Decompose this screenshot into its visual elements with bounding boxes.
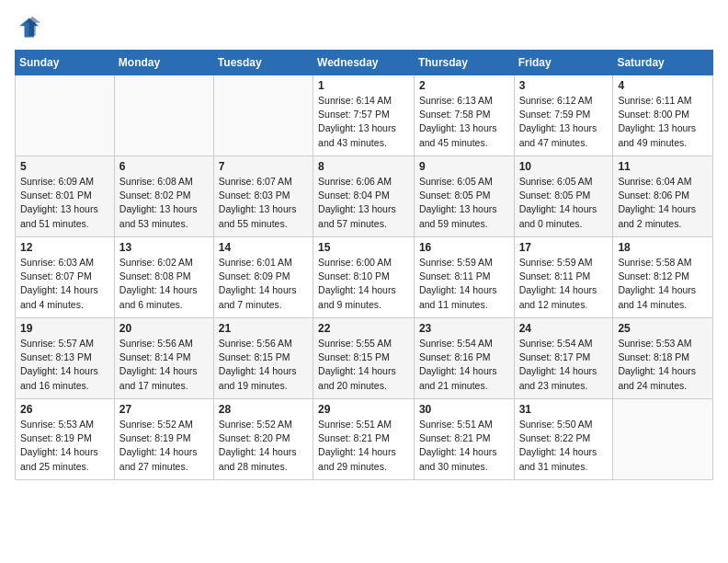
- day-number: 17: [519, 241, 609, 254]
- calendar-cell: 3Sunrise: 6:12 AMSunset: 7:59 PMDaylight…: [514, 75, 613, 156]
- day-info: Sunrise: 5:54 AMSunset: 8:16 PMDaylight:…: [419, 337, 509, 393]
- day-info: Sunrise: 5:58 AMSunset: 8:12 PMDaylight:…: [618, 256, 708, 312]
- calendar-cell: [114, 75, 213, 156]
- day-info: Sunrise: 5:55 AMSunset: 8:15 PMDaylight:…: [318, 337, 409, 393]
- day-info: Sunrise: 6:02 AMSunset: 8:08 PMDaylight:…: [119, 256, 209, 312]
- day-info: Sunrise: 5:51 AMSunset: 8:21 PMDaylight:…: [419, 418, 509, 474]
- calendar-cell: 2Sunrise: 6:13 AMSunset: 7:58 PMDaylight…: [414, 75, 514, 156]
- day-info: Sunrise: 6:12 AMSunset: 7:59 PMDaylight:…: [519, 94, 609, 150]
- calendar-cell: 23Sunrise: 5:54 AMSunset: 8:16 PMDayligh…: [414, 318, 514, 399]
- day-info: Sunrise: 6:11 AMSunset: 8:00 PMDaylight:…: [618, 94, 708, 150]
- calendar-cell: [213, 75, 313, 156]
- calendar-cell: 27Sunrise: 5:52 AMSunset: 8:19 PMDayligh…: [114, 399, 213, 480]
- day-info: Sunrise: 6:04 AMSunset: 8:06 PMDaylight:…: [618, 175, 708, 231]
- calendar-cell: 25Sunrise: 5:53 AMSunset: 8:18 PMDayligh…: [613, 318, 713, 399]
- calendar-cell: 19Sunrise: 5:57 AMSunset: 8:13 PMDayligh…: [16, 318, 115, 399]
- day-number: 21: [219, 322, 308, 335]
- calendar-cell: [16, 75, 115, 156]
- day-info: Sunrise: 5:52 AMSunset: 8:19 PMDaylight:…: [119, 418, 209, 474]
- calendar-cell: [613, 399, 713, 480]
- calendar-cell: 13Sunrise: 6:02 AMSunset: 8:08 PMDayligh…: [114, 237, 213, 318]
- weekday-header-row: SundayMondayTuesdayWednesdayThursdayFrid…: [16, 51, 713, 75]
- day-info: Sunrise: 6:14 AMSunset: 7:57 PMDaylight:…: [318, 94, 409, 150]
- calendar-table: SundayMondayTuesdayWednesdayThursdayFrid…: [15, 50, 713, 480]
- day-number: 9: [419, 160, 509, 173]
- day-info: Sunrise: 5:59 AMSunset: 8:11 PMDaylight:…: [419, 256, 509, 312]
- day-number: 11: [618, 160, 708, 173]
- calendar-cell: 4Sunrise: 6:11 AMSunset: 8:00 PMDaylight…: [613, 75, 713, 156]
- calendar-cell: 15Sunrise: 6:00 AMSunset: 8:10 PMDayligh…: [313, 237, 415, 318]
- calendar-cell: 10Sunrise: 6:05 AMSunset: 8:05 PMDayligh…: [514, 156, 613, 237]
- weekday-header-tuesday: Tuesday: [213, 51, 313, 75]
- calendar-cell: 6Sunrise: 6:08 AMSunset: 8:02 PMDaylight…: [114, 156, 213, 237]
- day-info: Sunrise: 5:54 AMSunset: 8:17 PMDaylight:…: [519, 337, 609, 393]
- calendar-cell: 31Sunrise: 5:50 AMSunset: 8:22 PMDayligh…: [514, 399, 613, 480]
- calendar-cell: 1Sunrise: 6:14 AMSunset: 7:57 PMDaylight…: [313, 75, 415, 156]
- week-row-3: 12Sunrise: 6:03 AMSunset: 8:07 PMDayligh…: [16, 237, 713, 318]
- week-row-1: 1Sunrise: 6:14 AMSunset: 7:57 PMDaylight…: [16, 75, 713, 156]
- day-number: 1: [318, 79, 409, 92]
- calendar-cell: 12Sunrise: 6:03 AMSunset: 8:07 PMDayligh…: [16, 237, 115, 318]
- weekday-header-saturday: Saturday: [613, 51, 713, 75]
- calendar-cell: 9Sunrise: 6:05 AMSunset: 8:05 PMDaylight…: [414, 156, 514, 237]
- day-number: 30: [419, 403, 509, 416]
- day-info: Sunrise: 5:53 AMSunset: 8:19 PMDaylight:…: [20, 418, 109, 474]
- day-number: 6: [119, 160, 209, 173]
- calendar-cell: 29Sunrise: 5:51 AMSunset: 8:21 PMDayligh…: [313, 399, 415, 480]
- day-info: Sunrise: 6:03 AMSunset: 8:07 PMDaylight:…: [20, 256, 109, 312]
- day-number: 29: [318, 403, 409, 416]
- calendar-cell: 22Sunrise: 5:55 AMSunset: 8:15 PMDayligh…: [313, 318, 415, 399]
- weekday-header-friday: Friday: [514, 51, 613, 75]
- calendar-cell: 14Sunrise: 6:01 AMSunset: 8:09 PMDayligh…: [213, 237, 313, 318]
- day-number: 5: [20, 160, 109, 173]
- calendar-cell: 26Sunrise: 5:53 AMSunset: 8:19 PMDayligh…: [16, 399, 115, 480]
- day-info: Sunrise: 6:09 AMSunset: 8:01 PMDaylight:…: [20, 175, 109, 231]
- day-number: 14: [219, 241, 308, 254]
- weekday-header-wednesday: Wednesday: [313, 51, 415, 75]
- week-row-4: 19Sunrise: 5:57 AMSunset: 8:13 PMDayligh…: [16, 318, 713, 399]
- day-info: Sunrise: 6:13 AMSunset: 7:58 PMDaylight:…: [419, 94, 509, 150]
- day-number: 16: [419, 241, 509, 254]
- day-number: 23: [419, 322, 509, 335]
- day-info: Sunrise: 6:01 AMSunset: 8:09 PMDaylight:…: [219, 256, 308, 312]
- day-number: 24: [519, 322, 609, 335]
- day-number: 26: [20, 403, 109, 416]
- day-number: 4: [618, 79, 708, 92]
- calendar-cell: 11Sunrise: 6:04 AMSunset: 8:06 PMDayligh…: [613, 156, 713, 237]
- day-info: Sunrise: 6:05 AMSunset: 8:05 PMDaylight:…: [419, 175, 509, 231]
- day-info: Sunrise: 5:50 AMSunset: 8:22 PMDaylight:…: [519, 418, 609, 474]
- week-row-2: 5Sunrise: 6:09 AMSunset: 8:01 PMDaylight…: [16, 156, 713, 237]
- day-number: 13: [119, 241, 209, 254]
- day-number: 3: [519, 79, 609, 92]
- day-info: Sunrise: 6:00 AMSunset: 8:10 PMDaylight:…: [318, 256, 409, 312]
- day-info: Sunrise: 5:59 AMSunset: 8:11 PMDaylight:…: [519, 256, 609, 312]
- day-number: 19: [20, 322, 109, 335]
- calendar-cell: 21Sunrise: 5:56 AMSunset: 8:15 PMDayligh…: [213, 318, 313, 399]
- day-number: 28: [219, 403, 308, 416]
- logo: [15, 15, 44, 40]
- day-info: Sunrise: 6:08 AMSunset: 8:02 PMDaylight:…: [119, 175, 209, 231]
- weekday-header-thursday: Thursday: [414, 51, 514, 75]
- calendar-cell: 20Sunrise: 5:56 AMSunset: 8:14 PMDayligh…: [114, 318, 213, 399]
- day-number: 2: [419, 79, 509, 92]
- week-row-5: 26Sunrise: 5:53 AMSunset: 8:19 PMDayligh…: [16, 399, 713, 480]
- day-info: Sunrise: 5:53 AMSunset: 8:18 PMDaylight:…: [618, 337, 708, 393]
- day-number: 20: [119, 322, 209, 335]
- day-number: 25: [618, 322, 708, 335]
- calendar-cell: 18Sunrise: 5:58 AMSunset: 8:12 PMDayligh…: [613, 237, 713, 318]
- day-info: Sunrise: 5:56 AMSunset: 8:15 PMDaylight:…: [219, 337, 308, 393]
- day-number: 12: [20, 241, 109, 254]
- day-info: Sunrise: 5:51 AMSunset: 8:21 PMDaylight:…: [318, 418, 409, 474]
- day-number: 15: [318, 241, 409, 254]
- calendar-cell: 16Sunrise: 5:59 AMSunset: 8:11 PMDayligh…: [414, 237, 514, 318]
- day-number: 22: [318, 322, 409, 335]
- calendar-cell: 5Sunrise: 6:09 AMSunset: 8:01 PMDaylight…: [16, 156, 115, 237]
- day-number: 31: [519, 403, 609, 416]
- day-number: 8: [318, 160, 409, 173]
- weekday-header-monday: Monday: [114, 51, 213, 75]
- day-info: Sunrise: 6:06 AMSunset: 8:04 PMDaylight:…: [318, 175, 409, 231]
- logo-icon: [15, 15, 40, 40]
- day-info: Sunrise: 5:52 AMSunset: 8:20 PMDaylight:…: [219, 418, 308, 474]
- weekday-header-sunday: Sunday: [16, 51, 115, 75]
- day-info: Sunrise: 5:57 AMSunset: 8:13 PMDaylight:…: [20, 337, 109, 393]
